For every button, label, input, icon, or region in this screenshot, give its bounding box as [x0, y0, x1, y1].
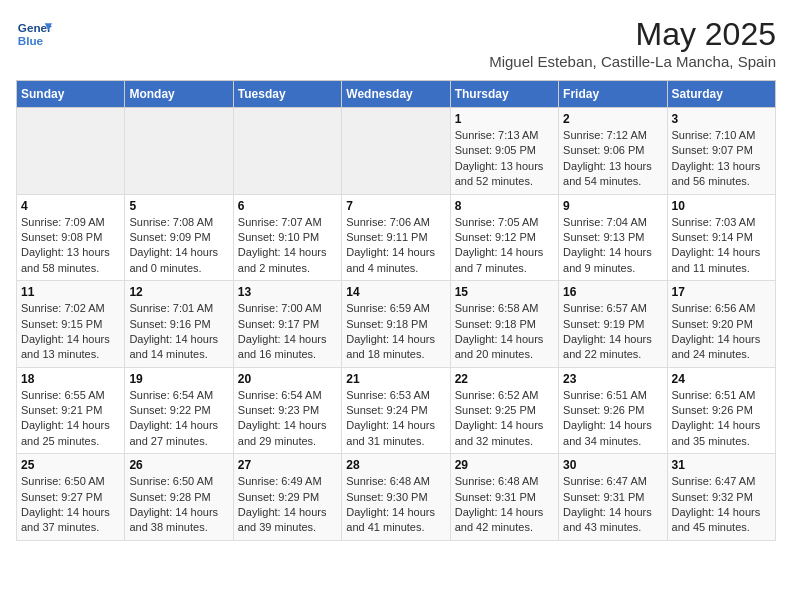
day-info: Sunrise: 7:04 AM Sunset: 9:13 PM Dayligh…	[563, 215, 662, 277]
week-row-4: 25Sunrise: 6:50 AM Sunset: 9:27 PM Dayli…	[17, 454, 776, 541]
day-number: 16	[563, 285, 662, 299]
calendar-cell: 10Sunrise: 7:03 AM Sunset: 9:14 PM Dayli…	[667, 194, 775, 281]
day-number: 17	[672, 285, 771, 299]
day-number: 29	[455, 458, 554, 472]
day-info: Sunrise: 7:05 AM Sunset: 9:12 PM Dayligh…	[455, 215, 554, 277]
day-number: 15	[455, 285, 554, 299]
day-number: 28	[346, 458, 445, 472]
calendar-cell: 30Sunrise: 6:47 AM Sunset: 9:31 PM Dayli…	[559, 454, 667, 541]
day-info: Sunrise: 7:02 AM Sunset: 9:15 PM Dayligh…	[21, 301, 120, 363]
calendar-header-row: SundayMondayTuesdayWednesdayThursdayFrid…	[17, 81, 776, 108]
day-number: 10	[672, 199, 771, 213]
day-number: 12	[129, 285, 228, 299]
day-number: 8	[455, 199, 554, 213]
calendar-header-saturday: Saturday	[667, 81, 775, 108]
calendar-cell	[342, 108, 450, 195]
day-info: Sunrise: 6:57 AM Sunset: 9:19 PM Dayligh…	[563, 301, 662, 363]
day-number: 31	[672, 458, 771, 472]
day-number: 20	[238, 372, 337, 386]
day-number: 21	[346, 372, 445, 386]
calendar-cell: 3Sunrise: 7:10 AM Sunset: 9:07 PM Daylig…	[667, 108, 775, 195]
day-info: Sunrise: 6:47 AM Sunset: 9:32 PM Dayligh…	[672, 474, 771, 536]
day-info: Sunrise: 7:12 AM Sunset: 9:06 PM Dayligh…	[563, 128, 662, 190]
week-row-0: 1Sunrise: 7:13 AM Sunset: 9:05 PM Daylig…	[17, 108, 776, 195]
day-info: Sunrise: 7:08 AM Sunset: 9:09 PM Dayligh…	[129, 215, 228, 277]
calendar-cell	[17, 108, 125, 195]
day-number: 1	[455, 112, 554, 126]
day-info: Sunrise: 7:00 AM Sunset: 9:17 PM Dayligh…	[238, 301, 337, 363]
calendar-cell: 20Sunrise: 6:54 AM Sunset: 9:23 PM Dayli…	[233, 367, 341, 454]
day-info: Sunrise: 6:51 AM Sunset: 9:26 PM Dayligh…	[563, 388, 662, 450]
day-info: Sunrise: 6:55 AM Sunset: 9:21 PM Dayligh…	[21, 388, 120, 450]
day-number: 19	[129, 372, 228, 386]
day-info: Sunrise: 6:47 AM Sunset: 9:31 PM Dayligh…	[563, 474, 662, 536]
calendar-table: SundayMondayTuesdayWednesdayThursdayFrid…	[16, 80, 776, 541]
calendar-cell: 9Sunrise: 7:04 AM Sunset: 9:13 PM Daylig…	[559, 194, 667, 281]
calendar-cell: 19Sunrise: 6:54 AM Sunset: 9:22 PM Dayli…	[125, 367, 233, 454]
svg-text:Blue: Blue	[18, 34, 44, 47]
day-info: Sunrise: 6:54 AM Sunset: 9:22 PM Dayligh…	[129, 388, 228, 450]
calendar-cell: 12Sunrise: 7:01 AM Sunset: 9:16 PM Dayli…	[125, 281, 233, 368]
calendar-header-friday: Friday	[559, 81, 667, 108]
day-info: Sunrise: 6:50 AM Sunset: 9:28 PM Dayligh…	[129, 474, 228, 536]
calendar-cell: 17Sunrise: 6:56 AM Sunset: 9:20 PM Dayli…	[667, 281, 775, 368]
day-number: 23	[563, 372, 662, 386]
day-number: 7	[346, 199, 445, 213]
day-info: Sunrise: 6:53 AM Sunset: 9:24 PM Dayligh…	[346, 388, 445, 450]
calendar-cell: 25Sunrise: 6:50 AM Sunset: 9:27 PM Dayli…	[17, 454, 125, 541]
day-number: 11	[21, 285, 120, 299]
day-number: 18	[21, 372, 120, 386]
day-info: Sunrise: 6:48 AM Sunset: 9:31 PM Dayligh…	[455, 474, 554, 536]
calendar-cell: 23Sunrise: 6:51 AM Sunset: 9:26 PM Dayli…	[559, 367, 667, 454]
calendar-cell: 4Sunrise: 7:09 AM Sunset: 9:08 PM Daylig…	[17, 194, 125, 281]
day-info: Sunrise: 7:03 AM Sunset: 9:14 PM Dayligh…	[672, 215, 771, 277]
calendar-cell: 5Sunrise: 7:08 AM Sunset: 9:09 PM Daylig…	[125, 194, 233, 281]
calendar-header-monday: Monday	[125, 81, 233, 108]
calendar-cell	[125, 108, 233, 195]
day-info: Sunrise: 6:58 AM Sunset: 9:18 PM Dayligh…	[455, 301, 554, 363]
month-title: May 2025	[489, 16, 776, 53]
logo-icon: General Blue	[16, 16, 52, 52]
calendar-cell: 22Sunrise: 6:52 AM Sunset: 9:25 PM Dayli…	[450, 367, 558, 454]
day-info: Sunrise: 7:01 AM Sunset: 9:16 PM Dayligh…	[129, 301, 228, 363]
day-number: 14	[346, 285, 445, 299]
day-number: 2	[563, 112, 662, 126]
calendar-cell: 11Sunrise: 7:02 AM Sunset: 9:15 PM Dayli…	[17, 281, 125, 368]
day-number: 22	[455, 372, 554, 386]
calendar-cell: 28Sunrise: 6:48 AM Sunset: 9:30 PM Dayli…	[342, 454, 450, 541]
day-info: Sunrise: 6:52 AM Sunset: 9:25 PM Dayligh…	[455, 388, 554, 450]
calendar-cell: 27Sunrise: 6:49 AM Sunset: 9:29 PM Dayli…	[233, 454, 341, 541]
calendar-cell	[233, 108, 341, 195]
day-number: 5	[129, 199, 228, 213]
day-number: 6	[238, 199, 337, 213]
calendar-body: 1Sunrise: 7:13 AM Sunset: 9:05 PM Daylig…	[17, 108, 776, 541]
calendar-cell: 26Sunrise: 6:50 AM Sunset: 9:28 PM Dayli…	[125, 454, 233, 541]
day-number: 27	[238, 458, 337, 472]
logo: General Blue	[16, 16, 52, 52]
day-info: Sunrise: 6:50 AM Sunset: 9:27 PM Dayligh…	[21, 474, 120, 536]
calendar-cell: 8Sunrise: 7:05 AM Sunset: 9:12 PM Daylig…	[450, 194, 558, 281]
day-info: Sunrise: 6:59 AM Sunset: 9:18 PM Dayligh…	[346, 301, 445, 363]
day-number: 9	[563, 199, 662, 213]
calendar-header-wednesday: Wednesday	[342, 81, 450, 108]
calendar-header-thursday: Thursday	[450, 81, 558, 108]
week-row-2: 11Sunrise: 7:02 AM Sunset: 9:15 PM Dayli…	[17, 281, 776, 368]
calendar-cell: 24Sunrise: 6:51 AM Sunset: 9:26 PM Dayli…	[667, 367, 775, 454]
day-info: Sunrise: 6:54 AM Sunset: 9:23 PM Dayligh…	[238, 388, 337, 450]
day-number: 13	[238, 285, 337, 299]
calendar-cell: 31Sunrise: 6:47 AM Sunset: 9:32 PM Dayli…	[667, 454, 775, 541]
day-info: Sunrise: 6:56 AM Sunset: 9:20 PM Dayligh…	[672, 301, 771, 363]
day-info: Sunrise: 7:07 AM Sunset: 9:10 PM Dayligh…	[238, 215, 337, 277]
calendar-header-tuesday: Tuesday	[233, 81, 341, 108]
calendar-cell: 29Sunrise: 6:48 AM Sunset: 9:31 PM Dayli…	[450, 454, 558, 541]
calendar-cell: 13Sunrise: 7:00 AM Sunset: 9:17 PM Dayli…	[233, 281, 341, 368]
location-subtitle: Miguel Esteban, Castille-La Mancha, Spai…	[489, 53, 776, 70]
calendar-cell: 6Sunrise: 7:07 AM Sunset: 9:10 PM Daylig…	[233, 194, 341, 281]
calendar-cell: 1Sunrise: 7:13 AM Sunset: 9:05 PM Daylig…	[450, 108, 558, 195]
week-row-1: 4Sunrise: 7:09 AM Sunset: 9:08 PM Daylig…	[17, 194, 776, 281]
day-number: 3	[672, 112, 771, 126]
calendar-header-sunday: Sunday	[17, 81, 125, 108]
day-number: 30	[563, 458, 662, 472]
week-row-3: 18Sunrise: 6:55 AM Sunset: 9:21 PM Dayli…	[17, 367, 776, 454]
day-info: Sunrise: 7:13 AM Sunset: 9:05 PM Dayligh…	[455, 128, 554, 190]
